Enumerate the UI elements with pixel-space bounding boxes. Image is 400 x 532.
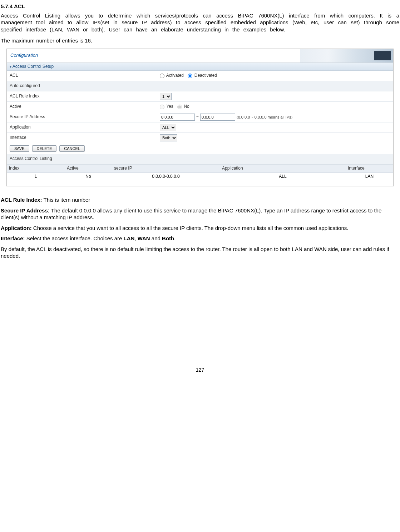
cell-active: No xyxy=(65,173,112,181)
active-yes-radio[interactable] xyxy=(160,105,164,109)
intro-paragraph: Access Control Listing allows you to det… xyxy=(1,12,399,33)
secureip-hint: (0.0.0.0 ~ 0.0.0.0 means all IPs) xyxy=(237,115,292,120)
hdr-index: Index xyxy=(7,165,65,172)
button-row: SAVE DELETE CANCEL xyxy=(7,143,393,154)
hdr-interface: Interface xyxy=(346,165,393,172)
row-active: Active Yes No xyxy=(7,102,393,112)
def-ruleindex-text: This is item number xyxy=(42,197,90,203)
def-interface-sep2: and xyxy=(150,235,162,241)
acl-activated-option[interactable]: Activated xyxy=(160,73,184,79)
listing-header: Index Active secure IP Application Inter… xyxy=(7,164,393,173)
autoconf-label: Auto-configured xyxy=(10,83,160,89)
def-secureip-term: Secure IP Address: xyxy=(1,207,50,214)
secureip-from-input[interactable] xyxy=(160,114,195,121)
row-ruleindex: ACL Rule Index 1 xyxy=(7,91,393,102)
def-interface-lan: LAN xyxy=(124,235,135,241)
def-interface-both: Both xyxy=(162,235,174,241)
max-entries-note: The maximum number of entries is 16. xyxy=(1,37,399,44)
config-screenshot: Configuration Access Control Setup ACL A… xyxy=(6,49,394,187)
tilde-sep: ~ xyxy=(196,114,199,120)
save-button[interactable]: SAVE xyxy=(10,145,29,152)
page-number: 127 xyxy=(1,367,399,373)
config-header: Configuration xyxy=(7,49,393,63)
active-label: Active xyxy=(10,104,160,110)
listing-title: Access Control Listing xyxy=(10,156,160,162)
def-interface-end: . xyxy=(174,235,176,241)
hdr-application: Application xyxy=(220,165,346,172)
cell-index: 1 xyxy=(7,173,65,181)
active-yes-text: Yes xyxy=(166,104,173,109)
listing-title-row: Access Control Listing xyxy=(7,154,393,164)
def-secureip: Secure IP Address: The default 0.0.0.0 a… xyxy=(1,207,399,221)
secureip-to-input[interactable] xyxy=(200,114,235,121)
def-secureip-text: The default 0.0.0.0 allows any client to… xyxy=(1,207,381,221)
acl-deactivated-option[interactable]: Deactivated xyxy=(188,73,217,79)
listing-row: 1 No 0.0.0.0-0.0.0.0 ALL LAN xyxy=(7,173,393,181)
row-autoconfigured: Auto-configured xyxy=(7,81,393,91)
def-interface-text1: Select the access interface. Choices are xyxy=(25,235,124,241)
definitions: ACL Rule Index: This is item number Secu… xyxy=(1,196,399,260)
hdr-secureip: secure IP xyxy=(112,165,220,172)
ruleidx-label: ACL Rule Index xyxy=(10,94,160,99)
active-yes-option[interactable]: Yes xyxy=(160,104,173,110)
cell-interface: LAN xyxy=(346,173,393,181)
iface-label: Interface xyxy=(10,135,160,141)
ruleidx-select[interactable]: 1 xyxy=(160,93,172,100)
def-interface-sep1: , xyxy=(134,235,137,241)
def-application-term: Application: xyxy=(1,225,32,231)
cell-application: ALL xyxy=(220,173,346,181)
app-label: Application xyxy=(10,125,160,130)
def-ruleindex: ACL Rule Index: This is item number xyxy=(1,196,399,204)
def-interface-wan: WAN xyxy=(138,235,150,241)
iface-select[interactable]: Both xyxy=(160,134,177,141)
row-application: Application ALL xyxy=(7,122,393,133)
secureip-label: Secure IP Address xyxy=(10,114,160,120)
active-no-option[interactable]: No xyxy=(177,104,189,110)
header-decoration xyxy=(300,49,393,62)
acl-deactivated-radio[interactable] xyxy=(188,74,192,78)
section-bar: Access Control Setup xyxy=(7,63,393,71)
row-secureip: Secure IP Address ~ (0.0.0.0 ~ 0.0.0.0 m… xyxy=(7,112,393,122)
def-interface: Interface: Select the access interface. … xyxy=(1,235,399,242)
acl-activated-text: Activated xyxy=(166,73,184,78)
def-ruleindex-term: ACL Rule Index: xyxy=(1,197,42,203)
def-interface-term: Interface: xyxy=(1,235,25,241)
def-note: By default, the ACL is deactivated, so t… xyxy=(1,246,399,260)
acl-deactivated-text: Deactivated xyxy=(194,73,217,78)
hdr-active: Active xyxy=(65,165,112,172)
section-heading: 5.7.4 ACL xyxy=(1,3,399,10)
config-title: Configuration xyxy=(10,52,38,59)
delete-button[interactable]: DELETE xyxy=(32,145,57,152)
def-application-text: Choose a service that you want to all ac… xyxy=(32,225,349,231)
acl-activated-radio[interactable] xyxy=(160,74,164,78)
acl-label: ACL xyxy=(10,73,160,79)
active-no-text: No xyxy=(184,104,189,109)
app-select[interactable]: ALL xyxy=(160,124,176,131)
active-no-radio[interactable] xyxy=(177,105,182,109)
cell-secureip: 0.0.0.0-0.0.0.0 xyxy=(112,173,220,181)
cancel-button[interactable]: CANCEL xyxy=(59,145,85,152)
row-interface: Interface Both xyxy=(7,133,393,143)
def-application: Application: Choose a service that you w… xyxy=(1,225,399,232)
row-acl: ACL Activated Deactivated xyxy=(7,71,393,81)
